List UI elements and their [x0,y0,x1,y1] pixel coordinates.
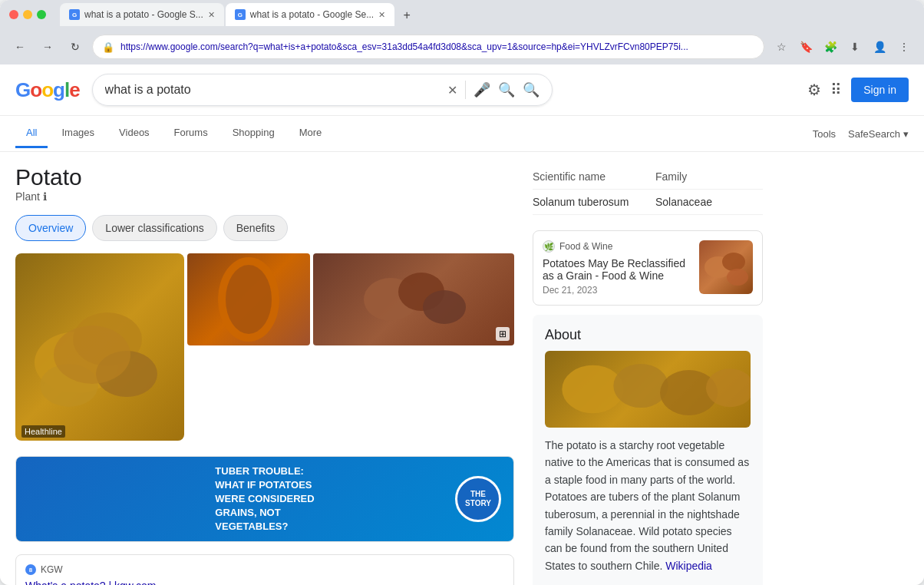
tab-videos[interactable]: Videos [108,119,160,148]
svg-point-4 [54,326,130,384]
news-source-icon: 8 [25,564,36,575]
svg-point-6 [226,265,272,334]
tabs-area: G what is a potato - Google S... ✕ G wha… [60,3,915,26]
sci-header-row: Scientific name Family [533,164,763,190]
knowledge-tab-overview[interactable]: Overview [15,215,86,241]
svg-point-11 [722,253,745,271]
video-card[interactable]: TUBER TROUBLE: WHAT IF POTATOES WERE CON… [15,456,514,542]
traffic-lights [9,10,46,19]
tools-button[interactable]: Tools [804,122,845,146]
fw-content: 🌿 Food & Wine Potatoes May Be Reclassifi… [543,240,690,296]
about-wikipedia-link[interactable]: Wikipedia [665,560,712,572]
news-title[interactable]: What's a potato? | kgw.com [25,580,504,585]
news-card: 8 KGW What's a potato? | kgw.com What is… [15,554,514,585]
news-card-content: 8 KGW What's a potato? | kgw.com What is… [25,564,504,585]
about-title: About [545,327,751,343]
google-header: Google ✕ 🎤 🔍 🔍 ⚙ ⠿ Sign in [0,64,924,116]
potato-header: Potato Plant ℹ [15,164,514,203]
lens-search-icon[interactable]: 🔍 [498,81,515,98]
reload-button[interactable]: ↻ [64,36,86,58]
browser-tab-2[interactable]: G what is a potato - Google Se... ✕ [226,3,394,26]
scientific-table: Scientific name Family Solanum tuberosum… [533,164,763,215]
plant-info-icon[interactable]: ℹ [43,190,47,203]
fw-source-icon: 🌿 [543,240,555,253]
about-section: About The potato is a starchy root veget… [533,315,763,585]
tab-forums[interactable]: Forums [163,119,219,148]
maximize-button[interactable] [37,10,46,19]
main-potato-image[interactable]: Healthline [15,253,184,441]
svg-point-9 [423,290,466,324]
about-text: The potato is a starchy root vegetable n… [545,437,751,574]
search-submit-icon[interactable]: 🔍 [523,81,540,98]
nav-icons: ☆ 🔖 🧩 ⬇ 👤 ⋮ [771,36,915,58]
video-thumbnail: TUBER TROUBLE: WHAT IF POTATOES WERE CON… [16,457,513,541]
sci-family-value: Solanaceae [655,196,763,208]
search-input[interactable] [105,83,440,97]
forward-button[interactable]: → [37,36,58,58]
apps-icon[interactable]: ⠿ [830,81,842,99]
svg-point-14 [613,364,668,408]
fw-image [699,240,753,294]
search-bar[interactable]: ✕ 🎤 🔍 🔍 [92,74,553,106]
bookmark-icon[interactable]: 🔖 [795,36,817,58]
tab-more[interactable]: More [289,119,333,148]
tab-favicon-2: G [235,9,246,20]
sci-family-header: Family [655,170,763,183]
address-bar[interactable]: 🔒 https://www.google.com/search?q=what+i… [92,35,764,59]
fw-source: 🌿 Food & Wine [543,240,690,253]
about-potato-image [545,351,751,428]
tab-favicon-1: G [69,9,80,20]
svg-point-12 [727,269,748,286]
tab-close-1[interactable]: ✕ [208,10,215,20]
results-left: Potato Plant ℹ Overview Lower classifica… [15,164,514,585]
close-button[interactable] [9,10,18,19]
google-logo[interactable]: Google [15,78,80,102]
results-right: Scientific name Family Solanum tuberosum… [533,164,763,585]
title-bar: G what is a potato - Google S... ✕ G wha… [0,0,924,29]
tab-label-1: what is a potato - Google S... [84,9,203,20]
new-tab-button[interactable]: + [396,5,417,26]
safesearch-button[interactable]: SafeSearch ▾ [848,128,909,140]
header-right: ⚙ ⠿ Sign in [807,78,909,102]
more-options-icon[interactable]: ⋮ [893,36,915,58]
image-label-healthline: Healthline [21,425,65,438]
knowledge-tab-lower[interactable]: Lower classifications [92,215,216,241]
star-icon[interactable]: ☆ [771,36,792,58]
address-text: https://www.google.com/search?q=what+is+… [120,41,754,52]
sign-in-button[interactable]: Sign in [851,78,909,102]
news-source: 8 KGW [25,564,504,575]
fw-date: Dec 21, 2023 [543,285,690,296]
image-grid: Healthline ⊞ [15,253,514,441]
back-button[interactable]: ← [9,36,31,58]
nav-bar: ← → ↻ 🔒 https://www.google.com/search?q=… [0,29,924,64]
profile-icon[interactable]: 👤 [869,36,890,58]
clear-search-icon[interactable]: ✕ [447,83,457,98]
browser-tab-1[interactable]: G what is a potato - Google S... ✕ [60,3,224,26]
knowledge-tab-benefits[interactable]: Benefits [223,215,289,241]
potato-title: Potato [15,164,514,190]
extensions-icon[interactable]: 🧩 [820,36,841,58]
fw-title[interactable]: Potatoes May Be Reclassified as a Grain … [543,257,690,282]
tab-images[interactable]: Images [51,119,105,148]
sci-value-row: Solanum tuberosum Solanaceae [533,190,763,215]
search-nav: All Images Videos Forums Shopping More T… [0,116,924,152]
fw-card[interactable]: 🌿 Food & Wine Potatoes May Be Reclassifi… [533,230,763,306]
results-container: Potato Plant ℹ Overview Lower classifica… [0,152,924,585]
settings-icon[interactable]: ⚙ [807,81,821,99]
content-area: Google ✕ 🎤 🔍 🔍 ⚙ ⠿ Sign in All Images Vi… [0,64,924,585]
knowledge-tabs: Overview Lower classifications Benefits [15,215,514,241]
sci-name-header: Scientific name [533,170,640,183]
tab-close-2[interactable]: ✕ [378,10,385,20]
search-divider [465,81,466,99]
voice-search-icon[interactable]: 🎤 [474,81,490,98]
tab-all[interactable]: All [15,119,48,148]
download-icon[interactable]: ⬇ [844,36,866,58]
bottom-right-potato-image[interactable]: ⊞ [313,253,514,345]
tab-label-2: what is a potato - Google Se... [250,9,374,20]
tab-shopping[interactable]: Shopping [222,119,285,148]
top-right-potato-image[interactable] [187,253,310,345]
minimize-button[interactable] [23,10,32,19]
sci-name-value: Solanum tuberosum [533,196,640,208]
expand-image-icon[interactable]: ⊞ [496,327,510,341]
chevron-down-icon: ▾ [903,128,909,140]
